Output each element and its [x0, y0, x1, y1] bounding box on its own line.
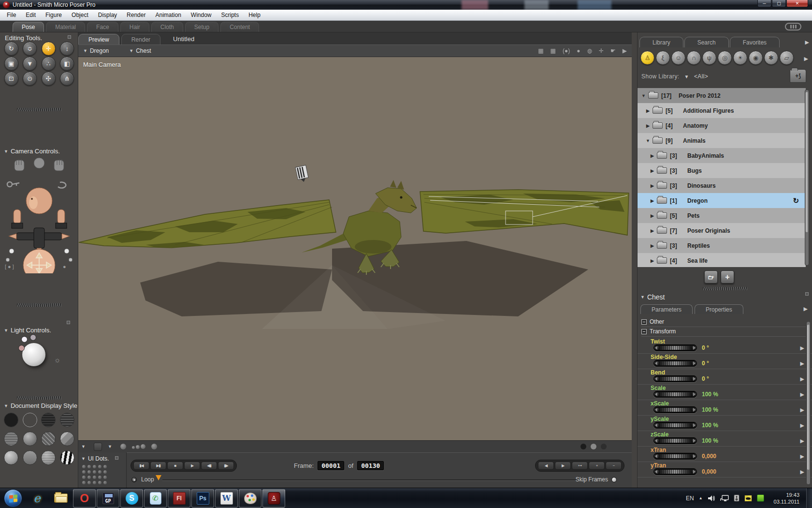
hands-category-icon[interactable]: ψ [702, 51, 716, 65]
add-folder-button[interactable]: 🗀+ [704, 270, 718, 284]
chevron-down-icon[interactable]: ▼ [108, 444, 112, 449]
skip-frames-radio[interactable] [611, 477, 617, 482]
current-frame-field[interactable]: 00001 [318, 461, 344, 470]
taskbar-clock[interactable]: 19:43 03.11.2011 [769, 492, 804, 505]
toggle-dark-icon[interactable] [580, 444, 586, 449]
library-folder-row[interactable]: ▶ [5] Pets ↻ [638, 208, 806, 223]
scale-tool[interactable]: ▣ [4, 57, 18, 71]
timeline-marker[interactable] [156, 475, 161, 480]
chevron-down-icon[interactable]: ▼ [81, 444, 86, 449]
parameter-dial[interactable] [653, 360, 697, 367]
parameter-dial[interactable] [653, 391, 697, 398]
ui-dot[interactable] [82, 470, 86, 474]
texture-shaded-style[interactable] [41, 450, 56, 465]
parameter-dial[interactable] [653, 453, 697, 460]
refresh-icon[interactable]: ↻ [793, 196, 799, 205]
outline-style[interactable] [23, 413, 37, 427]
actor-dropdown[interactable]: ▼ Dregon [83, 47, 109, 54]
show-library-value[interactable]: <All> [694, 73, 708, 80]
menu-item[interactable]: Help [244, 10, 265, 20]
ui-dot[interactable] [82, 476, 86, 479]
camera-name-label[interactable]: Main Camera [83, 61, 121, 68]
toggle-mid-icon[interactable] [591, 444, 596, 449]
room-tab[interactable]: Setup [185, 22, 218, 32]
smooth-lined-style[interactable] [23, 450, 37, 465]
minimize-button[interactable]: ─ [757, 0, 771, 7]
ui-dot[interactable] [98, 481, 102, 484]
show-desktop-button[interactable] [806, 488, 812, 508]
parameter-tab[interactable]: Properties [695, 304, 743, 314]
panel-gadget-icon[interactable] [805, 292, 809, 296]
parameter-dial[interactable] [653, 406, 697, 413]
taskbar-skype[interactable]: S [120, 489, 143, 508]
collapse-triangle-icon[interactable]: ▼ [640, 295, 645, 299]
hair-category-icon[interactable]: ∩ [687, 51, 701, 65]
taskbar-gom-player[interactable]: GP [97, 489, 119, 508]
collapse-triangle-icon[interactable]: ▼ [4, 403, 8, 408]
camera-dot-right[interactable]: ● [63, 264, 66, 269]
body-part-dropdown[interactable]: ▼ Chest [129, 47, 151, 54]
menu-item[interactable]: Render [122, 10, 150, 20]
taskbar-phone-app[interactable]: ✆ [144, 489, 167, 508]
dial-options-arrow[interactable]: ▶ [800, 469, 804, 475]
ui-dot[interactable] [82, 465, 86, 468]
ui-dot[interactable] [103, 476, 107, 479]
translate-inout-tool[interactable]: ↕ [60, 42, 74, 56]
parameters-scrollbar[interactable] [806, 321, 811, 485]
ui-dot[interactable] [103, 465, 107, 468]
step-back-button[interactable]: ◀▮ [201, 462, 217, 470]
delete-keyframe-button[interactable]: − [606, 462, 622, 470]
tray-expand-arrow[interactable]: ▲ [699, 496, 703, 500]
tracking-sphere-icon[interactable] [120, 444, 126, 449]
ui-dot[interactable] [98, 476, 102, 479]
parameter-dial[interactable] [653, 344, 697, 351]
layer-button[interactable] [94, 443, 102, 451]
cameras-category-icon[interactable]: ◉ [749, 51, 763, 65]
chain-break-tool[interactable]: ⋔ [60, 72, 74, 86]
dial-options-arrow[interactable]: ▶ [800, 391, 804, 398]
lights-category-icon[interactable]: ☀ [733, 51, 747, 65]
library-folder-row[interactable]: ▶ [7] Poser Originals ↻ [638, 223, 806, 238]
room-tab[interactable]: Face [87, 22, 118, 32]
menu-item[interactable]: Scripts [217, 10, 244, 20]
collapse-triangle-icon[interactable]: ▼ [4, 149, 8, 154]
library-folder-row[interactable]: ▶ [3] Reptiles ↻ [638, 238, 806, 253]
light-indicator-1[interactable] [21, 336, 28, 343]
shadow-toggle-icon[interactable] [151, 444, 157, 449]
props-category-icon[interactable]: ◎ [718, 51, 732, 65]
collapse-box-icon[interactable] [641, 329, 647, 334]
parameter-dial[interactable] [653, 437, 697, 444]
panel-divider[interactable] [17, 108, 61, 111]
dial-options-arrow[interactable]: ▶ [800, 376, 804, 382]
network-icon[interactable] [720, 495, 729, 502]
hidden-line-style[interactable] [60, 413, 74, 427]
camera-select-icon[interactable]: ▦ [551, 47, 556, 54]
flat-lined-style[interactable] [41, 432, 56, 446]
panel-divider[interactable] [17, 303, 61, 307]
parameter-tab[interactable]: Parameters [640, 304, 693, 314]
camera-flyaround-icon[interactable]: ▦ [538, 47, 543, 54]
more-tools-arrow[interactable]: ▶ [623, 47, 627, 54]
expressions-category-icon[interactable]: ☺ [671, 51, 685, 65]
dial-options-arrow[interactable]: ▶ [800, 438, 804, 444]
expand-triangle-icon[interactable]: ▼ [640, 93, 647, 98]
expand-triangle-icon[interactable]: ▶ [649, 153, 655, 158]
collapse-triangle-icon[interactable]: ▼ [4, 328, 8, 333]
taskbar-windows-explorer[interactable] [49, 489, 72, 508]
library-folder-row[interactable]: ▶ [5] Additional Figures ↻ [638, 103, 806, 118]
volume-icon[interactable] [708, 495, 715, 502]
messenger-tray-icon[interactable] [757, 494, 764, 502]
expand-triangle-icon[interactable]: ▶ [649, 183, 655, 188]
room-tab[interactable]: Cloth [151, 22, 183, 32]
taskbar-paint-palette[interactable] [239, 489, 261, 508]
chevron-down-icon[interactable]: ▼ [684, 74, 689, 79]
parameter-options-arrow[interactable]: ▶ [804, 306, 808, 312]
section-transform[interactable]: Transform [641, 328, 806, 337]
tracking-ball-icon[interactable]: ● [577, 47, 580, 54]
loop-radio[interactable] [131, 477, 137, 482]
tree-scrollbar[interactable] [805, 90, 809, 266]
stop-button[interactable]: ■ [167, 462, 183, 470]
menu-item[interactable]: Edit [21, 10, 41, 20]
light-controls-ball[interactable] [22, 343, 45, 366]
parameter-dial[interactable] [653, 422, 697, 429]
